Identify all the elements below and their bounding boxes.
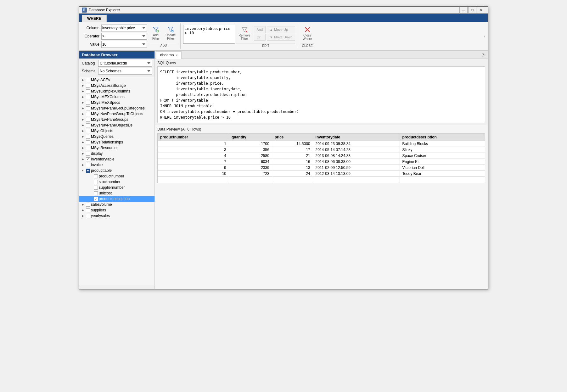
- list-item[interactable]: ▶MSysNavPaneGroupToObjects: [79, 111, 154, 117]
- list-item[interactable]: ▶MSysNavPaneGroups: [79, 117, 154, 122]
- list-item[interactable]: ▶MSysComplexColumns: [79, 88, 154, 94]
- list-item[interactable]: ▶✓inventorytable: [79, 156, 154, 162]
- list-item[interactable]: ▶MSysIMEXSpecs: [79, 100, 154, 105]
- refresh-button[interactable]: ↻: [480, 52, 488, 58]
- list-item[interactable]: productnumber: [79, 173, 154, 179]
- sidebar-scrollbar[interactable]: [79, 285, 154, 289]
- column-checkbox[interactable]: [94, 174, 98, 178]
- tree-arrow[interactable]: ▶: [81, 107, 85, 110]
- tree-arrow[interactable]: ▶: [81, 118, 85, 121]
- toolbar-scroll-right[interactable]: ›: [484, 34, 485, 39]
- move-up-button[interactable]: ▲ Move Up: [267, 26, 295, 33]
- tree-arrow[interactable]: ▶: [81, 101, 85, 104]
- list-item[interactable]: ▶invoice: [79, 162, 154, 168]
- and-button[interactable]: And: [254, 26, 266, 33]
- close-where-button[interactable]: CloseWhere: [300, 25, 314, 42]
- tree-arrow[interactable]: ▶: [81, 163, 85, 166]
- table-checkbox[interactable]: [86, 214, 90, 218]
- table-row[interactable]: 1170014.50002014-09-23 09:38:34Building …: [158, 141, 485, 147]
- tree-arrow[interactable]: ▶: [81, 158, 85, 161]
- list-item[interactable]: ▶MSysQueries: [79, 134, 154, 139]
- filter-text-area[interactable]: [183, 25, 235, 44]
- maximize-button[interactable]: □: [468, 7, 476, 13]
- table-checkbox[interactable]: [86, 123, 90, 127]
- tree-arrow[interactable]: ▶: [81, 135, 85, 138]
- list-item[interactable]: ▶suppliers: [79, 207, 154, 213]
- column-select[interactable]: inventorytable.price: [101, 25, 147, 31]
- table-checkbox[interactable]: [86, 78, 90, 82]
- tree-arrow[interactable]: ▶: [81, 124, 85, 127]
- table-checkbox[interactable]: ■: [86, 169, 90, 173]
- update-filter-button[interactable]: UpdateFilter: [163, 25, 178, 42]
- tree-arrow[interactable]: ▶: [81, 78, 85, 81]
- tree-arrow[interactable]: ▶: [81, 209, 85, 212]
- table-row[interactable]: 42580212013-06-08 14:24:33Space Cruiser: [158, 153, 485, 159]
- table-checkbox[interactable]: [86, 101, 90, 105]
- catalog-select[interactable]: C:\tutorial.accdb: [98, 60, 152, 67]
- list-item[interactable]: ▶MSysNavPaneObjectIDs: [79, 122, 154, 128]
- column-checkbox[interactable]: ✓: [94, 197, 98, 201]
- table-checkbox[interactable]: [86, 140, 90, 144]
- list-item[interactable]: ▶MSysRelationships: [79, 139, 154, 145]
- table-checkbox[interactable]: [86, 208, 90, 212]
- table-checkbox[interactable]: [86, 118, 90, 122]
- table-checkbox[interactable]: [86, 95, 90, 99]
- tree-arrow[interactable]: ▶: [81, 129, 85, 132]
- list-item[interactable]: ▶MSysACEs: [79, 77, 154, 83]
- table-checkbox[interactable]: [86, 146, 90, 150]
- table-row[interactable]: 3356172014-05-14 07:14:28Slinky: [158, 147, 485, 153]
- value-select[interactable]: 10: [101, 41, 147, 48]
- table-checkbox[interactable]: [86, 89, 90, 93]
- where-tab[interactable]: WHERE: [82, 15, 107, 22]
- table-row[interactable]: 76034162014-08-06 08:38:00Engine Kit: [158, 159, 485, 165]
- table-checkbox[interactable]: [86, 135, 90, 139]
- table-checkbox[interactable]: [86, 84, 90, 88]
- list-item[interactable]: ▶salesvolume: [79, 202, 154, 207]
- list-item[interactable]: ✓productdescription: [79, 196, 154, 202]
- table-checkbox[interactable]: [86, 112, 90, 116]
- list-item[interactable]: suppliernumber: [79, 185, 154, 190]
- tree-arrow[interactable]: ▶: [81, 146, 85, 149]
- tree-arrow[interactable]: ▶: [81, 84, 85, 87]
- table-checkbox[interactable]: [86, 163, 90, 167]
- list-item[interactable]: ▶MSysResources: [79, 145, 154, 151]
- tab-close-button[interactable]: ×: [176, 53, 177, 57]
- table-checkbox[interactable]: [86, 129, 90, 133]
- column-checkbox[interactable]: [94, 186, 98, 190]
- table-row[interactable]: 92339132011-02-09 12:50:59Victorian Doll: [158, 165, 485, 171]
- close-window-button[interactable]: ✕: [477, 7, 485, 13]
- tree-arrow[interactable]: ▶: [81, 214, 85, 217]
- tree-arrow[interactable]: ▼: [81, 169, 85, 172]
- table-row[interactable]: 10723242012-03-14 13:13:09Teddy Bear: [158, 171, 485, 177]
- dbdemo-tab[interactable]: dbdemo ×: [156, 51, 182, 59]
- table-checkbox[interactable]: [86, 203, 90, 207]
- tree-arrow[interactable]: ▶: [81, 90, 85, 93]
- tree-arrow[interactable]: ▶: [81, 141, 85, 144]
- table-checkbox[interactable]: [86, 106, 90, 110]
- tree-arrow[interactable]: ▶: [81, 152, 85, 155]
- list-item[interactable]: ▶MSysNavPaneGroupCategories: [79, 105, 154, 111]
- remove-filter-button[interactable]: RemoveFilter: [236, 25, 252, 42]
- or-button[interactable]: Or: [254, 34, 266, 41]
- list-item[interactable]: ▼■producttable: [79, 168, 154, 173]
- tree-arrow[interactable]: ▶: [81, 95, 85, 98]
- add-filter-button[interactable]: AddFilter: [149, 25, 162, 42]
- list-item[interactable]: ▶MSysObjects: [79, 128, 154, 134]
- list-item[interactable]: ▶display: [79, 151, 154, 156]
- table-checkbox[interactable]: [86, 152, 90, 156]
- list-item[interactable]: stocknumber: [79, 179, 154, 185]
- operator-select[interactable]: >: [101, 33, 147, 40]
- tree-arrow[interactable]: ▶: [81, 112, 85, 115]
- column-checkbox[interactable]: [94, 180, 98, 184]
- tree-arrow[interactable]: ▶: [81, 203, 85, 206]
- list-item[interactable]: ▶yearlysales: [79, 213, 154, 219]
- minimize-button[interactable]: ─: [459, 7, 468, 13]
- list-item[interactable]: ▶MSysAccessStorage: [79, 83, 154, 88]
- list-item[interactable]: ▶MSysIMEXColumns: [79, 94, 154, 100]
- sql-editor[interactable]: SELECT inventorytable.productnumber, inv…: [157, 66, 485, 123]
- column-checkbox[interactable]: [94, 191, 98, 195]
- list-item[interactable]: unitcost: [79, 190, 154, 196]
- schema-select[interactable]: No Schemas: [98, 68, 152, 75]
- table-checkbox[interactable]: ✓: [86, 157, 90, 161]
- move-down-button[interactable]: ▼ Move Down: [267, 34, 295, 41]
